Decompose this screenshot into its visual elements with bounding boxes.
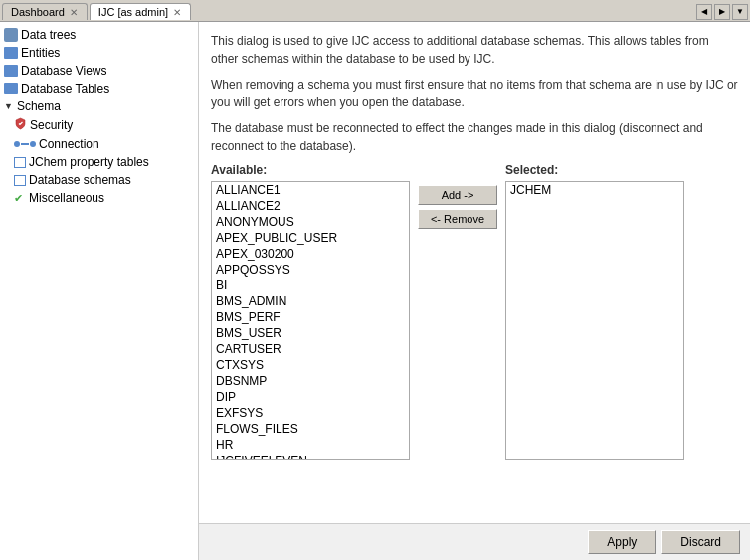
database-tables-icon bbox=[4, 83, 18, 94]
entities-icon bbox=[4, 47, 18, 59]
security-icon bbox=[14, 117, 27, 133]
remove-button[interactable]: <- Remove bbox=[418, 209, 497, 229]
footer: Apply Discard bbox=[199, 523, 750, 560]
available-list-item[interactable]: CTXSYS bbox=[212, 357, 409, 373]
tab-nav-menu[interactable]: ▼ bbox=[732, 4, 748, 20]
tab-ijc-admin[interactable]: IJC [as admin] ✕ bbox=[90, 3, 191, 20]
available-list-item[interactable]: APPQOSSYS bbox=[212, 262, 409, 278]
sidebar-item-jchem-property-tables[interactable]: JChem property tables bbox=[0, 153, 198, 171]
tab-dashboard[interactable]: Dashboard ✕ bbox=[2, 3, 88, 20]
sidebar-item-data-trees[interactable]: Data trees bbox=[0, 26, 198, 44]
sidebar-item-entities[interactable]: Entities bbox=[0, 44, 198, 62]
tab-nav-right[interactable]: ▶ bbox=[714, 4, 730, 20]
tab-nav-left[interactable]: ◀ bbox=[696, 4, 712, 20]
content-body: This dialog is used to give IJC access t… bbox=[199, 22, 750, 523]
jchem-tables-icon bbox=[14, 157, 26, 168]
available-label: Available: bbox=[211, 163, 410, 177]
available-list-item[interactable]: FLOWS_FILES bbox=[212, 421, 409, 437]
tab-dashboard-close[interactable]: ✕ bbox=[69, 7, 79, 18]
sidebar-label-connection: Connection bbox=[39, 137, 99, 151]
sidebar-label-miscellaneous: Miscellaneous bbox=[29, 191, 104, 205]
sidebar-label-database-views: Database Views bbox=[21, 64, 107, 78]
database-views-icon bbox=[4, 65, 18, 77]
sidebar-label-jchem-property-tables: JChem property tables bbox=[29, 155, 149, 169]
main-layout: Data trees Entities Database Views Datab… bbox=[0, 22, 750, 560]
available-list-item[interactable]: DBSNMP bbox=[212, 373, 409, 389]
add-button[interactable]: Add -> bbox=[418, 185, 497, 205]
available-list-item[interactable]: ALLIANCE1 bbox=[212, 182, 409, 198]
tab-ijc-admin-label: IJC [as admin] bbox=[98, 6, 168, 18]
selected-list-item[interactable]: JCHEM bbox=[506, 182, 683, 198]
sidebar-label-database-tables: Database Tables bbox=[21, 82, 109, 95]
sidebar-item-miscellaneous[interactable]: ✔ Miscellaneous bbox=[0, 189, 198, 207]
available-list-item[interactable]: APEX_PUBLIC_USER bbox=[212, 230, 409, 246]
sidebar-item-database-schemas[interactable]: Database schemas bbox=[0, 171, 198, 189]
available-section: Available: ALLIANCE1ALLIANCE2ANONYMOUSAP… bbox=[211, 163, 410, 460]
sidebar: Data trees Entities Database Views Datab… bbox=[0, 22, 199, 560]
selected-label: Selected: bbox=[505, 163, 684, 177]
available-list-item[interactable]: BMS_USER bbox=[212, 325, 409, 341]
tab-dashboard-label: Dashboard bbox=[11, 6, 65, 18]
description-2: When removing a schema you must first en… bbox=[211, 76, 738, 111]
sidebar-label-database-schemas: Database schemas bbox=[29, 173, 131, 187]
discard-button[interactable]: Discard bbox=[661, 530, 740, 554]
available-list-item[interactable]: ALLIANCE2 bbox=[212, 198, 409, 214]
connection-icon bbox=[14, 141, 36, 147]
available-list-item[interactable]: APEX_030200 bbox=[212, 246, 409, 262]
schema-arrow-icon: ▼ bbox=[4, 101, 13, 111]
database-schemas-icon bbox=[14, 175, 26, 186]
sidebar-item-database-tables[interactable]: Database Tables bbox=[0, 80, 198, 97]
tree-icon bbox=[4, 28, 18, 42]
available-list-item[interactable]: BMS_ADMIN bbox=[212, 293, 409, 309]
selected-list[interactable]: JCHEM bbox=[505, 181, 684, 460]
sidebar-label-entities: Entities bbox=[21, 46, 60, 60]
tab-bar: Dashboard ✕ IJC [as admin] ✕ ◀ ▶ ▼ bbox=[0, 0, 750, 22]
available-list-item[interactable]: IJCFIVEELEVEN bbox=[212, 453, 409, 460]
available-list[interactable]: ALLIANCE1ALLIANCE2ANONYMOUSAPEX_PUBLIC_U… bbox=[211, 181, 410, 460]
available-list-item[interactable]: CARTUSER bbox=[212, 341, 409, 357]
content-area: This dialog is used to give IJC access t… bbox=[199, 22, 750, 560]
transfer-buttons: Add -> <- Remove bbox=[418, 163, 497, 229]
available-list-item[interactable]: BI bbox=[212, 278, 409, 293]
miscellaneous-icon: ✔ bbox=[14, 192, 26, 204]
description-1: This dialog is used to give IJC access t… bbox=[211, 32, 738, 68]
lists-panel: Available: ALLIANCE1ALLIANCE2ANONYMOUSAP… bbox=[211, 163, 738, 460]
selected-section: Selected: JCHEM bbox=[505, 163, 684, 460]
apply-button[interactable]: Apply bbox=[588, 530, 656, 554]
tab-ijc-admin-close[interactable]: ✕ bbox=[172, 7, 182, 18]
available-list-item[interactable]: EXFSYS bbox=[212, 405, 409, 421]
available-list-item[interactable]: BMS_PERF bbox=[212, 309, 409, 325]
sidebar-item-connection[interactable]: Connection bbox=[0, 135, 198, 153]
sidebar-item-database-views[interactable]: Database Views bbox=[0, 62, 198, 80]
sidebar-label-security: Security bbox=[30, 118, 73, 132]
tab-nav-controls: ◀ ▶ ▼ bbox=[696, 4, 748, 20]
sidebar-item-schema[interactable]: ▼ Schema bbox=[0, 97, 198, 115]
available-list-item[interactable]: ANONYMOUS bbox=[212, 214, 409, 230]
sidebar-label-schema: Schema bbox=[17, 99, 61, 113]
tab-list: Dashboard ✕ IJC [as admin] ✕ bbox=[2, 3, 191, 20]
sidebar-label-data-trees: Data trees bbox=[21, 28, 76, 42]
description-3: The database must be reconnected to effe… bbox=[211, 119, 738, 155]
available-list-item[interactable]: HR bbox=[212, 437, 409, 453]
available-list-item[interactable]: DIP bbox=[212, 389, 409, 405]
sidebar-item-security[interactable]: Security bbox=[0, 115, 198, 135]
